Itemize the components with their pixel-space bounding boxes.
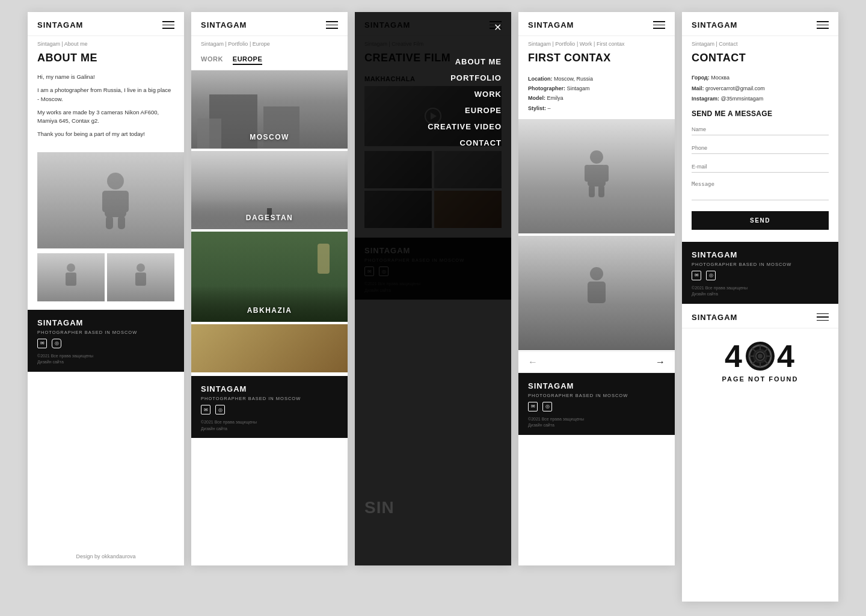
footer: SINTAGAM PHOTOGRAPHER BASED IN MOSCOW ✉ … (191, 376, 348, 438)
instagram-icon: ◎ (215, 405, 225, 414)
phone-portfolio: SINTAGAM Sintagam | Portfolio | Europe W… (191, 12, 348, 565)
svg-point-6 (67, 263, 75, 272)
card-label-moscow: MOSCOW (250, 133, 289, 141)
breadcrumb: Sintagam | Portfolio | Work | First cont… (518, 36, 675, 49)
about-photo-left (37, 253, 105, 301)
overlay-europe[interactable]: EUROPE (364, 106, 502, 115)
svg-rect-14 (589, 185, 595, 197)
design-credit: Design by okkandaurova (28, 553, 184, 559)
footer-copy: ©2021 Все права защищеныДизайн сайта (528, 416, 665, 429)
card-moscow[interactable]: MOSCOW (191, 70, 348, 149)
next-button[interactable]: → (656, 357, 665, 368)
error-text: PAGE NOT FOUND (722, 375, 799, 383)
overlay-creative-video[interactable]: CREATIVE VIDEO (364, 122, 502, 131)
svg-rect-7 (66, 273, 76, 286)
about-photo-right (107, 253, 174, 301)
page-title: ABOUT ME (28, 49, 184, 70)
card-abkhazia[interactable]: ABKHAZIA (191, 232, 348, 322)
footer-tagline: PHOTOGRAPHER BASED IN MOSCOW (528, 393, 665, 398)
svg-rect-4 (106, 216, 113, 229)
svg-rect-9 (135, 273, 146, 286)
meta-photographer: Photographer: Sintagam (528, 84, 665, 93)
overlay-menu: ✕ ABOUT ME PORTFOLIO WORK EUROPE CREATIV… (355, 12, 511, 565)
overlay-about[interactable]: ABOUT ME (364, 57, 502, 66)
svg-point-16 (590, 267, 603, 280)
phone-creative-film: SINTAGAM Sintagam | Creative Film CREATI… (355, 12, 511, 565)
svg-rect-5 (118, 216, 125, 229)
send-button[interactable]: SEND (692, 211, 829, 230)
mini-navbar: SINTAGAM (682, 304, 838, 328)
footer-icons: ✉ ◎ (692, 271, 829, 280)
email-icon: ✉ (692, 271, 701, 280)
phone-input[interactable] (692, 143, 829, 154)
email-icon: ✉ (37, 339, 47, 348)
footer-copy: ©2021 Все права защищеныДизайн сайта (37, 353, 174, 366)
footer-logo: SINTAGAM (201, 384, 338, 393)
contax-photo-1 (518, 119, 675, 233)
email-icon: ✉ (528, 402, 538, 411)
card-dagestan[interactable]: DAGESTAN (191, 151, 348, 229)
error-number: 4 4 (725, 340, 796, 372)
message-input[interactable] (692, 179, 829, 200)
close-button[interactable]: ✕ (494, 22, 502, 33)
about-main-photo (37, 152, 184, 248)
svg-rect-2 (102, 191, 109, 212)
camera-icon (745, 340, 776, 372)
error-4-left: 4 (725, 340, 743, 372)
hamburger-menu[interactable] (653, 21, 665, 29)
overlay-contact[interactable]: CONTACT (364, 138, 502, 147)
footer-tagline: PHOTOGRAPHER BASED IN MOSCOW (692, 262, 829, 267)
meta-location: Location: Moscow, Russia (528, 74, 665, 84)
svg-rect-12 (585, 165, 591, 182)
prev-button[interactable]: ← (528, 357, 538, 368)
name-input[interactable] (692, 124, 829, 135)
overlay-work[interactable]: WORK (364, 90, 502, 99)
tab-europe[interactable]: EUROPE (233, 55, 262, 65)
svg-rect-15 (598, 185, 604, 197)
overlay-bottom-logo: SIN (364, 498, 395, 517)
navbar-contact: SINTAGAM (682, 12, 838, 36)
breadcrumb: Sintagam | About me (28, 36, 184, 49)
footer: SINTAGAM PHOTOGRAPHER BASED IN MOSCOW ✉ … (518, 373, 675, 435)
phone-about: SINTAGAM Sintagam | About me ABOUT ME Hi… (28, 12, 184, 565)
overlay-portfolio[interactable]: PORTFOLIO (364, 73, 502, 82)
contact-city: Город: Москва (692, 74, 829, 82)
nav-logo: SINTAGAM (692, 20, 737, 29)
instagram-icon: ◎ (706, 271, 716, 280)
meta-model: Model: Emilya (528, 93, 665, 103)
nav-logo: SINTAGAM (201, 20, 247, 29)
contax-photo-2 (518, 236, 675, 350)
footer-logo: SINTAGAM (528, 381, 665, 390)
arrow-nav: ← → (518, 351, 675, 373)
svg-point-8 (137, 263, 145, 272)
footer-tagline: PHOTOGRAPHER BASED IN MOSCOW (37, 330, 174, 335)
hamburger-menu[interactable] (162, 21, 174, 29)
tab-work[interactable]: WORK (201, 55, 223, 65)
hamburger-menu-2[interactable] (817, 313, 829, 321)
send-title: SEND ME A MESSAGE (692, 109, 829, 118)
svg-point-10 (590, 150, 603, 164)
footer-icons: ✉ ◎ (528, 402, 665, 411)
contact-instagram: Instagram: @35mmsintagam (692, 95, 829, 103)
footer-logo: SINTAGAM (37, 318, 174, 327)
contact-mail: Mail: grovercarrot@gmail.com (692, 85, 829, 93)
hamburger-menu[interactable] (817, 21, 829, 29)
about-photo-row (28, 253, 184, 301)
card-label-abkhazia: ABKHAZIA (247, 306, 292, 315)
instagram-icon: ◎ (542, 402, 552, 411)
footer-1: SINTAGAM PHOTOGRAPHER BASED IN MOSCOW ✉ … (682, 242, 838, 304)
footer-icons: ✉ ◎ (201, 405, 338, 414)
nav-logo-2: SINTAGAM (692, 313, 737, 322)
svg-point-30 (758, 354, 763, 359)
nav-logo: SINTAGAM (528, 20, 574, 29)
breadcrumb: Sintagam | Portfolio | Europe (191, 36, 348, 49)
email-input[interactable] (692, 161, 829, 173)
page-title: FIRST CONTAX (518, 49, 675, 70)
hamburger-menu[interactable] (326, 21, 338, 29)
footer-copy: ©2021 Все права защищеныДизайн сайта (692, 285, 829, 298)
phone-first-contax: SINTAGAM Sintagam | Portfolio | Work | F… (518, 12, 675, 565)
footer-logo: SINTAGAM (692, 250, 829, 259)
footer-icons: ✉ ◎ (37, 339, 174, 348)
card-extra[interactable] (191, 324, 348, 372)
svg-rect-17 (588, 282, 606, 303)
